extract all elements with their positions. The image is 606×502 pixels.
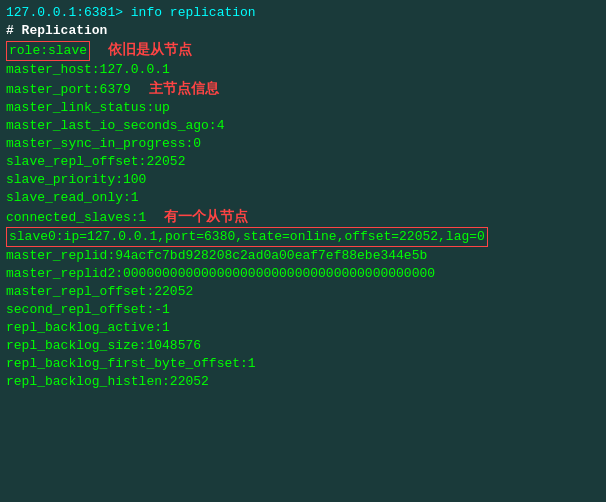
slave0-value: slave0:ip=127.0.0.1,port=6380,state=onli…: [6, 227, 488, 247]
master-repl-offset-line: master_repl_offset:22052: [6, 283, 600, 301]
master-replid2-line: master_replid2:0000000000000000000000000…: [6, 265, 600, 283]
second-repl-offset-text: second_repl_offset:-1: [6, 302, 170, 317]
second-repl-offset-line: second_repl_offset:-1: [6, 301, 600, 319]
slave-priority-line: slave_priority:100: [6, 171, 600, 189]
slave-read-only-line: slave_read_only:1: [6, 189, 600, 207]
repl-backlog-histlen-text: repl_backlog_histlen:22052: [6, 374, 209, 389]
master-annotation: 主节点信息: [149, 80, 219, 96]
repl-backlog-active-text: repl_backlog_active:1: [6, 320, 170, 335]
master-host-line: master_host:127.0.0.1: [6, 61, 600, 79]
master-replid2-text: master_replid2:0000000000000000000000000…: [6, 266, 435, 281]
repl-backlog-first-byte-line: repl_backlog_first_byte_offset:1: [6, 355, 600, 373]
master-link-status-line: master_link_status:up: [6, 99, 600, 117]
slave-priority-text: slave_priority:100: [6, 172, 146, 187]
repl-backlog-size-line: repl_backlog_size:1048576: [6, 337, 600, 355]
prompt-text: 127.0.0.1:6381> info replication: [6, 5, 256, 20]
master-replid-line: master_replid:94acfc7bd928208c2ad0a00eaf…: [6, 247, 600, 265]
role-line: role:slave 依旧是从节点: [6, 40, 600, 61]
connected-annotation: 有一个从节点: [164, 208, 248, 224]
master-sync-line: master_sync_in_progress:0: [6, 135, 600, 153]
slave0-line: slave0:ip=127.0.0.1,port=6380,state=onli…: [6, 227, 600, 247]
connected-slaves-line: connected_slaves:1 有一个从节点: [6, 207, 600, 227]
master-replid-text: master_replid:94acfc7bd928208c2ad0a00eaf…: [6, 248, 427, 263]
repl-backlog-histlen-line: repl_backlog_histlen:22052: [6, 373, 600, 391]
master-port-text: master_port:6379: [6, 82, 131, 97]
repl-backlog-size-text: repl_backlog_size:1048576: [6, 338, 201, 353]
section-header: # Replication: [6, 22, 600, 40]
master-last-io-line: master_last_io_seconds_ago:4: [6, 117, 600, 135]
repl-backlog-active-line: repl_backlog_active:1: [6, 319, 600, 337]
role-annotation: 依旧是从节点: [108, 41, 192, 57]
master-last-io-text: master_last_io_seconds_ago:4: [6, 118, 224, 133]
master-host-text: master_host:127.0.0.1: [6, 62, 170, 77]
prompt-line: 127.0.0.1:6381> info replication: [6, 4, 600, 22]
slave-read-only-text: slave_read_only:1: [6, 190, 139, 205]
master-link-status-text: master_link_status:up: [6, 100, 170, 115]
connected-slaves-text: connected_slaves:1: [6, 210, 146, 225]
master-repl-offset-text: master_repl_offset:22052: [6, 284, 193, 299]
slave-repl-offset-line: slave_repl_offset:22052: [6, 153, 600, 171]
terminal-window: 127.0.0.1:6381> info replication # Repli…: [0, 0, 606, 502]
role-value: role:slave: [6, 41, 90, 61]
master-port-line: master_port:6379 主节点信息: [6, 79, 600, 99]
repl-backlog-first-byte-text: repl_backlog_first_byte_offset:1: [6, 356, 256, 371]
master-sync-text: master_sync_in_progress:0: [6, 136, 201, 151]
slave-repl-offset-text: slave_repl_offset:22052: [6, 154, 185, 169]
